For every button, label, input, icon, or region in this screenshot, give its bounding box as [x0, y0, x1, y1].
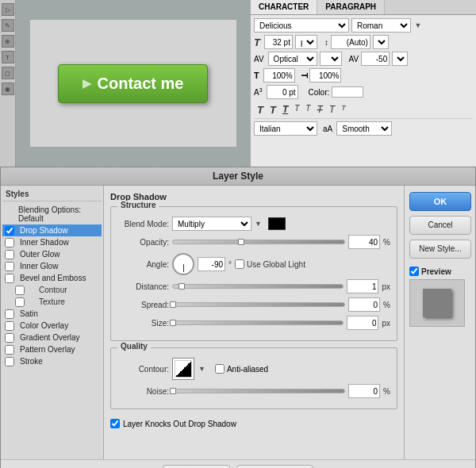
kerning-select[interactable]: Optical — [268, 52, 317, 66]
color-overlay-checkbox[interactable] — [5, 321, 14, 331]
font-size-input[interactable] — [264, 35, 293, 49]
ok-button[interactable]: OK — [409, 192, 471, 211]
scale-h-icon: T — [254, 71, 259, 80]
new-style-button[interactable]: New Style... — [409, 240, 471, 259]
spread-slider[interactable] — [172, 302, 345, 307]
baseline-input[interactable] — [267, 85, 298, 99]
style-item-bevel-emboss[interactable]: Bevel and Emboss — [2, 272, 102, 284]
style-item-inner-shadow[interactable]: Inner Shadow — [2, 236, 102, 248]
kerning-unit[interactable]: ▼ — [320, 52, 342, 66]
tool-eye[interactable]: ◉ — [2, 82, 14, 95]
tool-shape[interactable]: ◻ — [2, 67, 14, 79]
underline-T-icon[interactable]: T — [282, 104, 288, 116]
layer-knocks-checkbox[interactable] — [110, 419, 120, 428]
quality-section: Quality Contour: ▼ Anti-aliased — [110, 347, 397, 409]
cancel-button[interactable]: Cancel — [409, 216, 471, 235]
tool-arrow[interactable]: ▷ — [2, 3, 14, 16]
reset-default-button[interactable]: Reset to Default — [236, 465, 314, 468]
noise-input[interactable] — [348, 384, 380, 398]
size-slider[interactable] — [172, 320, 344, 325]
style-subitem-texture[interactable]: Texture — [2, 296, 102, 308]
leading-unit-select[interactable]: ▼ — [373, 35, 389, 49]
tracking-input[interactable] — [361, 52, 390, 66]
language-select[interactable]: Italian — [254, 121, 317, 136]
opacity-slider[interactable] — [172, 240, 345, 244]
style-item-pattern-overlay[interactable]: Pattern Overlay — [2, 343, 102, 355]
preview-checkbox[interactable] — [409, 267, 419, 276]
stroke-checkbox[interactable] — [5, 357, 14, 366]
noise-thumb[interactable] — [170, 388, 176, 394]
subscript-T-icon[interactable]: T — [305, 104, 310, 116]
scale-v-input[interactable] — [309, 68, 341, 82]
italic-T-icon[interactable]: T — [270, 104, 276, 116]
font-dropdown-arrow[interactable]: ▼ — [413, 21, 423, 29]
distance-input[interactable] — [347, 279, 378, 293]
size-unit: px — [382, 319, 390, 328]
anti-alias-label: Anti-aliased — [227, 365, 268, 374]
contour-arrow[interactable]: ▼ — [198, 365, 205, 373]
contact-me-button[interactable]: Contact me — [58, 64, 209, 103]
allcaps-T-icon[interactable]: T — [329, 104, 335, 116]
style-item-drop-shadow[interactable]: Drop Shadow — [2, 224, 102, 236]
leading-input[interactable] — [331, 35, 370, 49]
layer-style-dialog: Layer Style Styles Blending Options: Def… — [0, 167, 476, 468]
drop-shadow-checkbox[interactable] — [5, 226, 14, 236]
size-input[interactable] — [347, 316, 378, 330]
contour-checkbox[interactable] — [15, 286, 25, 295]
style-item-stroke[interactable]: Stroke — [2, 355, 102, 367]
blend-color-swatch[interactable] — [268, 217, 286, 230]
strikethrough-T-icon[interactable]: T — [317, 104, 322, 116]
blend-mode-select[interactable]: Multiply Normal Screen — [172, 217, 251, 231]
size-thumb[interactable] — [170, 320, 176, 326]
angle-dial[interactable] — [172, 253, 194, 275]
tool-move[interactable]: ⊕ — [2, 35, 14, 48]
tracking-unit[interactable]: ▼ — [392, 52, 408, 66]
texture-checkbox[interactable] — [15, 297, 25, 307]
inner-shadow-checkbox[interactable] — [5, 238, 14, 247]
tool-text[interactable]: T — [2, 51, 14, 63]
outer-glow-checkbox[interactable] — [5, 250, 14, 259]
pattern-overlay-checkbox[interactable] — [5, 345, 14, 355]
style-item-color-overlay[interactable]: Color Overlay — [2, 320, 102, 332]
distance-slider[interactable] — [172, 284, 344, 289]
global-light-checkbox[interactable] — [235, 259, 244, 269]
blend-mode-arrow[interactable]: ▼ — [255, 220, 262, 228]
distance-thumb[interactable] — [178, 283, 185, 290]
leading-icon: ↕ — [324, 38, 328, 47]
style-item-satin[interactable]: Satin — [2, 308, 102, 320]
scale-h-input[interactable] — [263, 68, 295, 82]
satin-label: Satin — [20, 309, 38, 318]
style-subitem-contour[interactable]: Contour — [2, 284, 102, 296]
tab-paragraph[interactable]: PARAGRAPH — [317, 0, 385, 14]
color-swatch[interactable] — [332, 86, 363, 98]
tool-pen[interactable]: ✎ — [2, 19, 14, 32]
contour-preview[interactable] — [172, 358, 194, 380]
tab-character[interactable]: CHARACTER — [251, 0, 317, 14]
style-item-outer-glow[interactable]: Outer Glow — [2, 248, 102, 260]
spread-input[interactable] — [348, 297, 380, 312]
noise-slider[interactable] — [172, 389, 345, 393]
gradient-overlay-checkbox[interactable] — [5, 333, 14, 343]
bold-T-icon[interactable]: T — [257, 104, 263, 116]
opacity-thumb[interactable] — [238, 239, 244, 245]
anti-alias-checkbox[interactable] — [215, 364, 225, 374]
font-family-select[interactable]: Delicious — [254, 18, 349, 33]
opacity-input[interactable] — [348, 235, 380, 249]
smallcaps-T-icon[interactable]: T — [341, 104, 346, 116]
angle-input[interactable] — [198, 257, 225, 271]
spread-thumb[interactable] — [170, 301, 176, 308]
satin-checkbox[interactable] — [5, 309, 14, 319]
bevel-emboss-checkbox[interactable] — [5, 274, 14, 283]
make-default-button[interactable]: Make Default — [163, 465, 230, 468]
style-item-inner-glow[interactable]: Inner Glow — [2, 260, 102, 272]
font-size-unit-select[interactable]: pt — [295, 35, 317, 49]
font-style-select[interactable]: Roman — [351, 18, 411, 33]
noise-unit: % — [383, 387, 390, 396]
superscript-T-icon[interactable]: T — [294, 104, 299, 116]
inner-glow-checkbox[interactable] — [5, 262, 14, 271]
style-item-gradient-overlay[interactable]: Gradient Overlay — [2, 332, 102, 343]
scale-v-icon: T — [300, 73, 309, 79]
smooth-select[interactable]: Smooth — [336, 121, 392, 136]
size-label: Size: — [117, 319, 169, 328]
style-item-blending[interactable]: Blending Options: Default — [2, 204, 102, 224]
